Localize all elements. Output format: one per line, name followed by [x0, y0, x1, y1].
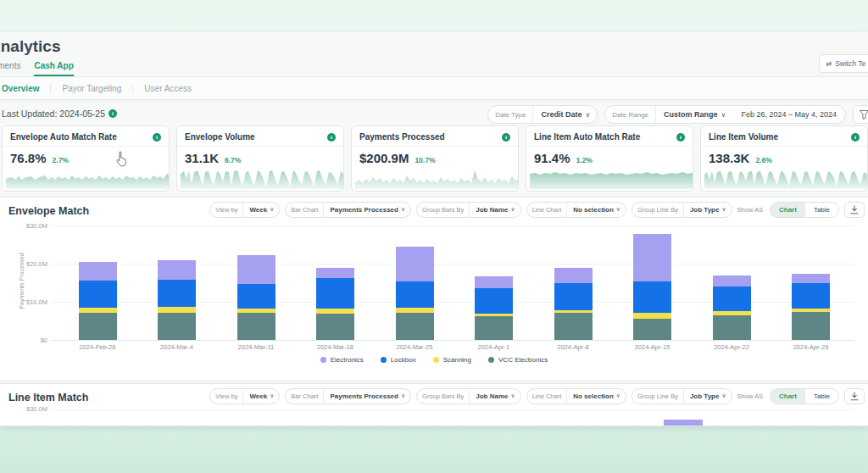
- bar-chart-value[interactable]: Payments Processed: [324, 392, 401, 400]
- bar-segment-vcc-electronics[interactable]: [713, 315, 751, 340]
- table-toggle-button[interactable]: Table: [805, 203, 838, 217]
- bar-segment-electronics[interactable]: [316, 268, 354, 278]
- bar-2024-Apr-8[interactable]: [554, 268, 593, 340]
- bar-segment-electronics[interactable]: [633, 234, 671, 281]
- bar-2024-Mar-18[interactable]: [316, 268, 354, 340]
- info-icon[interactable]: i: [851, 133, 860, 142]
- bar-segment-vcc-electronics[interactable]: [554, 313, 593, 340]
- line-chart-value[interactable]: No selection: [567, 392, 616, 400]
- group-bars-value[interactable]: Job Name: [470, 206, 510, 214]
- bar-chart-control[interactable]: Bar Chart Payments Processed ∨: [285, 388, 411, 404]
- tab-cash-app[interactable]: Cash App: [34, 61, 73, 76]
- bar-segment-lockbox[interactable]: [237, 284, 275, 309]
- legend-item-vcc-electronics[interactable]: VCC Electronics: [488, 356, 548, 364]
- legend-item-electronics[interactable]: Electronics: [320, 356, 364, 364]
- bar-segment-electronics[interactable]: [792, 274, 830, 283]
- date-type-control[interactable]: Date Type Credit Date ∨: [487, 105, 598, 124]
- bar-segment-vcc-electronics[interactable]: [237, 313, 275, 340]
- view-by-control[interactable]: View by Week ∨: [209, 388, 280, 404]
- date-type-value[interactable]: Credit Date: [533, 110, 585, 119]
- tab-payments[interactable]: Payments: [0, 61, 20, 76]
- y-tick-label: $20.0M: [8, 260, 47, 268]
- bar-2024-Mar-25[interactable]: [396, 247, 434, 340]
- bar-segment-vcc-electronics[interactable]: [79, 313, 117, 340]
- group-bars-control[interactable]: Group Bars By Job Name ∨: [416, 202, 521, 218]
- bar-segment-lockbox[interactable]: [713, 287, 751, 311]
- bar-segment-electronics[interactable]: [79, 262, 117, 281]
- bar-segment-electronics[interactable]: [237, 255, 275, 284]
- bar-segment-electronics[interactable]: [475, 276, 513, 288]
- bar-2024-Feb-26[interactable]: [79, 262, 117, 340]
- bar-segment-lockbox[interactable]: [158, 280, 196, 307]
- date-range-value[interactable]: Custom Range: [656, 110, 721, 119]
- bar-2024-Mar-4[interactable]: [158, 260, 196, 340]
- bar-segment-electronics[interactable]: [664, 420, 703, 426]
- table-toggle-button[interactable]: Table: [805, 389, 838, 403]
- bar-segment-lockbox[interactable]: [475, 288, 513, 314]
- y-axis-label: Payments Processed: [19, 235, 25, 328]
- view-by-value[interactable]: Week: [243, 206, 270, 214]
- group-line-value[interactable]: Job Type: [684, 392, 722, 400]
- download-button[interactable]: [844, 202, 865, 218]
- bar-segment-electronics[interactable]: [158, 260, 196, 280]
- date-range-dates[interactable]: Feb 26, 2024 – May 4, 2024: [732, 110, 845, 119]
- info-icon[interactable]: i: [153, 133, 161, 142]
- bar-segment-electronics[interactable]: [396, 247, 434, 281]
- show-as-toggle: Chart Table: [770, 388, 839, 404]
- kpi-card-envelope-auto-match-rate[interactable]: Envelope Auto Match Rate i 76.8% 2.7%: [2, 125, 170, 192]
- switch-team-button[interactable]: ⇄ Switch Te: [819, 54, 868, 73]
- filter-button[interactable]: [853, 105, 868, 124]
- bar-segment-scanning[interactable]: [158, 307, 196, 313]
- bar-2024-Apr-1[interactable]: [475, 276, 513, 340]
- kpi-card-envelope-volume[interactable]: Envelope Volume i 31.1K 6.7%: [176, 125, 344, 192]
- info-icon[interactable]: i: [327, 133, 336, 142]
- legend-item-scanning[interactable]: Scanning: [433, 356, 471, 364]
- line-chart-control[interactable]: Line Chart No selection ∨: [526, 388, 626, 404]
- bar-segment-lockbox[interactable]: [554, 283, 593, 310]
- bar-segment-lockbox[interactable]: [316, 278, 354, 309]
- bar-segment-vcc-electronics[interactable]: [316, 314, 354, 340]
- download-button[interactable]: [844, 388, 865, 404]
- bar-2024-Mar-11[interactable]: [237, 255, 275, 340]
- legend-item-lockbox[interactable]: Lockbox: [381, 356, 416, 364]
- bar-segment-lockbox[interactable]: [396, 281, 434, 308]
- bar-segment-vcc-electronics[interactable]: [158, 313, 196, 340]
- line-chart-value[interactable]: No selection: [567, 206, 616, 214]
- bar-segment-vcc-electronics[interactable]: [396, 313, 434, 340]
- bar-2024-Apr-22[interactable]: [713, 275, 751, 340]
- subnav-item-user-access[interactable]: User Access: [133, 84, 203, 93]
- group-line-control[interactable]: Group Line By Job Type ∨: [632, 202, 732, 218]
- bar-segment-scanning[interactable]: [633, 313, 671, 319]
- bar-segment-electronics[interactable]: [554, 268, 593, 283]
- kpi-card-payments-processed[interactable]: Payments Processed i $200.9M 10.7%: [351, 125, 519, 192]
- subnav-item-overview[interactable]: Overview: [0, 84, 51, 93]
- view-by-control[interactable]: View by Week ∨: [209, 202, 280, 218]
- group-bars-value[interactable]: Job Name: [470, 392, 510, 400]
- bar-segment-lockbox[interactable]: [633, 281, 671, 313]
- info-icon[interactable]: i: [108, 109, 117, 118]
- bar-segment-vcc-electronics[interactable]: [792, 312, 830, 340]
- chart-toggle-button[interactable]: Chart: [771, 203, 805, 217]
- line-chart-control[interactable]: Line Chart No selection ∨: [526, 202, 626, 218]
- bar-segment-lockbox[interactable]: [79, 281, 117, 308]
- group-line-value[interactable]: Job Type: [684, 206, 722, 214]
- kpi-card-line-item-auto-match-rate[interactable]: Line Item Auto Match Rate i 91.4% 1.2%: [526, 125, 693, 192]
- bar-segment-lockbox[interactable]: [792, 283, 830, 308]
- bar-segment-vcc-electronics[interactable]: [633, 319, 671, 340]
- bar-segment-vcc-electronics[interactable]: [475, 316, 513, 340]
- bar-chart-value[interactable]: Payments Processed: [324, 206, 401, 214]
- bar-chart-control[interactable]: Bar Chart Payments Processed ∨: [285, 202, 411, 218]
- group-bars-control[interactable]: Group Bars By Job Name ∨: [416, 388, 521, 404]
- info-icon[interactable]: i: [502, 133, 510, 142]
- bar-2024-Apr-15[interactable]: [633, 234, 671, 340]
- panel-title: Line Item Match: [8, 392, 88, 403]
- date-range-control[interactable]: Date Range Custom Range ∨ Feb 26, 2024 –…: [604, 105, 846, 124]
- kpi-card-line-item-volume[interactable]: Line Item Volume i 138.3K 2.6%: [700, 125, 868, 192]
- subnav-item-payor-targeting[interactable]: Payor Targeting: [51, 84, 133, 93]
- info-icon[interactable]: i: [676, 133, 685, 142]
- bar-2024-Apr-29[interactable]: [792, 274, 830, 340]
- bar-segment-electronics[interactable]: [713, 275, 751, 287]
- chart-toggle-button[interactable]: Chart: [771, 389, 805, 403]
- view-by-value[interactable]: Week: [243, 392, 270, 400]
- group-line-control[interactable]: Group Line By Job Type ∨: [632, 388, 732, 404]
